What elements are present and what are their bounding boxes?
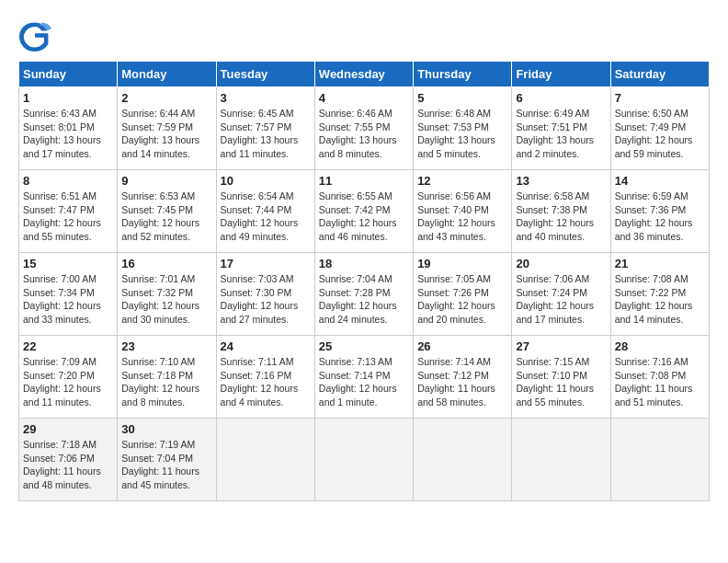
sunrise: Sunrise: 7:10 AM	[121, 356, 195, 367]
calendar-cell: 26 Sunrise: 7:14 AM Sunset: 7:12 PM Dayl…	[414, 336, 512, 419]
sunset: Sunset: 7:42 PM	[319, 204, 391, 215]
sunrise: Sunrise: 6:58 AM	[516, 190, 589, 201]
day-number: 14	[615, 174, 705, 188]
day-number: 19	[417, 257, 507, 270]
day-info: Sunrise: 7:10 AM Sunset: 7:18 PM Dayligh…	[121, 355, 211, 409]
sunrise: Sunrise: 7:15 AM	[516, 356, 589, 367]
sunrise: Sunrise: 6:45 AM	[221, 108, 294, 119]
calendar-cell: 5 Sunrise: 6:48 AM Sunset: 7:53 PM Dayli…	[414, 87, 512, 170]
day-info: Sunrise: 7:18 AM Sunset: 7:06 PM Dayligh…	[23, 438, 113, 492]
logo-icon	[18, 18, 51, 52]
sunset: Sunset: 7:12 PM	[417, 370, 489, 381]
day-number: 6	[516, 91, 606, 105]
calendar-cell: 14 Sunrise: 6:59 AM Sunset: 7:36 PM Dayl…	[610, 170, 709, 253]
day-info: Sunrise: 6:49 AM Sunset: 7:51 PM Dayligh…	[516, 107, 606, 161]
sunrise: Sunrise: 6:46 AM	[319, 108, 392, 119]
sunrise: Sunrise: 7:00 AM	[23, 273, 97, 284]
daylight: Daylight: 11 hours and 51 minutes.	[615, 383, 693, 408]
day-info: Sunrise: 6:46 AM Sunset: 7:55 PM Dayligh…	[319, 107, 409, 161]
weekday-header: Tuesday	[216, 62, 314, 87]
sunrise: Sunrise: 7:04 AM	[319, 273, 392, 284]
day-info: Sunrise: 7:19 AM Sunset: 7:04 PM Dayligh…	[121, 438, 211, 492]
daylight: Daylight: 12 hours and 43 minutes.	[417, 217, 495, 242]
day-info: Sunrise: 6:59 AM Sunset: 7:36 PM Dayligh…	[615, 190, 705, 244]
sunrise: Sunrise: 7:16 AM	[615, 356, 688, 367]
calendar-cell	[512, 419, 610, 501]
daylight: Daylight: 11 hours and 58 minutes.	[417, 383, 495, 408]
daylight: Daylight: 12 hours and 17 minutes.	[516, 300, 594, 325]
day-info: Sunrise: 6:45 AM Sunset: 7:57 PM Dayligh…	[221, 107, 311, 161]
daylight: Daylight: 11 hours and 45 minutes.	[121, 465, 199, 490]
sunset: Sunset: 8:01 PM	[23, 121, 95, 132]
sunset: Sunset: 7:44 PM	[221, 204, 292, 215]
calendar-week-row: 29 Sunrise: 7:18 AM Sunset: 7:06 PM Dayl…	[19, 419, 710, 501]
calendar-cell: 27 Sunrise: 7:15 AM Sunset: 7:10 PM Dayl…	[512, 336, 610, 419]
daylight: Daylight: 11 hours and 48 minutes.	[23, 465, 101, 490]
calendar-cell: 15 Sunrise: 7:00 AM Sunset: 7:34 PM Dayl…	[19, 253, 118, 336]
day-number: 28	[615, 339, 705, 353]
calendar-cell	[610, 419, 709, 501]
day-info: Sunrise: 6:48 AM Sunset: 7:53 PM Dayligh…	[417, 107, 507, 161]
sunrise: Sunrise: 7:11 AM	[221, 356, 294, 367]
sunrise: Sunrise: 6:51 AM	[23, 190, 97, 201]
sunrise: Sunrise: 6:43 AM	[23, 108, 97, 119]
daylight: Daylight: 11 hours and 55 minutes.	[516, 383, 594, 408]
calendar-cell: 17 Sunrise: 7:03 AM Sunset: 7:30 PM Dayl…	[216, 253, 314, 336]
sunset: Sunset: 7:53 PM	[417, 121, 489, 132]
day-number: 17	[221, 257, 311, 270]
sunset: Sunset: 7:06 PM	[23, 453, 95, 464]
sunset: Sunset: 7:04 PM	[121, 453, 193, 464]
day-info: Sunrise: 7:00 AM Sunset: 7:34 PM Dayligh…	[23, 272, 113, 327]
sunrise: Sunrise: 6:55 AM	[319, 190, 392, 201]
day-info: Sunrise: 7:06 AM Sunset: 7:24 PM Dayligh…	[516, 272, 606, 327]
daylight: Daylight: 13 hours and 5 minutes.	[417, 134, 495, 159]
calendar-cell	[414, 419, 512, 501]
day-info: Sunrise: 7:09 AM Sunset: 7:20 PM Dayligh…	[23, 355, 113, 409]
calendar-cell: 29 Sunrise: 7:18 AM Sunset: 7:06 PM Dayl…	[19, 419, 118, 501]
logo	[18, 18, 57, 52]
calendar-cell: 18 Sunrise: 7:04 AM Sunset: 7:28 PM Dayl…	[314, 253, 413, 336]
day-info: Sunrise: 6:50 AM Sunset: 7:49 PM Dayligh…	[615, 107, 705, 161]
sunrise: Sunrise: 7:01 AM	[121, 273, 195, 284]
daylight: Daylight: 13 hours and 11 minutes.	[221, 134, 299, 159]
sunset: Sunset: 7:18 PM	[121, 370, 193, 381]
daylight: Daylight: 12 hours and 8 minutes.	[121, 383, 199, 408]
calendar-cell: 2 Sunrise: 6:44 AM Sunset: 7:59 PM Dayli…	[118, 87, 216, 170]
day-info: Sunrise: 6:44 AM Sunset: 7:59 PM Dayligh…	[121, 107, 211, 161]
sunrise: Sunrise: 7:03 AM	[221, 273, 294, 284]
sunrise: Sunrise: 6:56 AM	[417, 190, 491, 201]
day-info: Sunrise: 6:54 AM Sunset: 7:44 PM Dayligh…	[221, 190, 311, 244]
weekday-header: Friday	[512, 62, 610, 87]
day-info: Sunrise: 6:55 AM Sunset: 7:42 PM Dayligh…	[319, 190, 409, 244]
calendar-cell	[216, 419, 314, 501]
daylight: Daylight: 13 hours and 2 minutes.	[516, 134, 594, 159]
day-info: Sunrise: 7:05 AM Sunset: 7:26 PM Dayligh…	[417, 272, 507, 327]
day-number: 1	[23, 91, 113, 105]
page-header	[18, 18, 710, 52]
calendar-cell: 11 Sunrise: 6:55 AM Sunset: 7:42 PM Dayl…	[314, 170, 413, 253]
day-info: Sunrise: 7:15 AM Sunset: 7:10 PM Dayligh…	[516, 355, 606, 409]
calendar-cell: 7 Sunrise: 6:50 AM Sunset: 7:49 PM Dayli…	[610, 87, 709, 170]
day-number: 20	[516, 257, 606, 270]
sunrise: Sunrise: 6:59 AM	[615, 190, 688, 201]
sunset: Sunset: 7:32 PM	[121, 287, 193, 298]
calendar-cell: 10 Sunrise: 6:54 AM Sunset: 7:44 PM Dayl…	[216, 170, 314, 253]
daylight: Daylight: 12 hours and 46 minutes.	[319, 217, 397, 242]
calendar-cell: 3 Sunrise: 6:45 AM Sunset: 7:57 PM Dayli…	[216, 87, 314, 170]
calendar-cell: 30 Sunrise: 7:19 AM Sunset: 7:04 PM Dayl…	[118, 419, 216, 501]
calendar-week-row: 22 Sunrise: 7:09 AM Sunset: 7:20 PM Dayl…	[19, 336, 710, 419]
daylight: Daylight: 12 hours and 1 minute.	[319, 383, 397, 408]
calendar-cell: 9 Sunrise: 6:53 AM Sunset: 7:45 PM Dayli…	[118, 170, 216, 253]
daylight: Daylight: 12 hours and 36 minutes.	[615, 217, 693, 242]
day-number: 23	[121, 339, 211, 353]
sunrise: Sunrise: 6:48 AM	[417, 108, 491, 119]
weekday-header: Sunday	[19, 62, 118, 87]
sunrise: Sunrise: 7:09 AM	[23, 356, 97, 367]
weekday-header: Wednesday	[314, 62, 413, 87]
calendar-cell: 6 Sunrise: 6:49 AM Sunset: 7:51 PM Dayli…	[512, 87, 610, 170]
sunset: Sunset: 7:51 PM	[516, 121, 587, 132]
sunset: Sunset: 7:16 PM	[221, 370, 292, 381]
calendar-cell: 8 Sunrise: 6:51 AM Sunset: 7:47 PM Dayli…	[19, 170, 118, 253]
sunrise: Sunrise: 6:53 AM	[121, 190, 195, 201]
day-info: Sunrise: 7:01 AM Sunset: 7:32 PM Dayligh…	[121, 272, 211, 327]
